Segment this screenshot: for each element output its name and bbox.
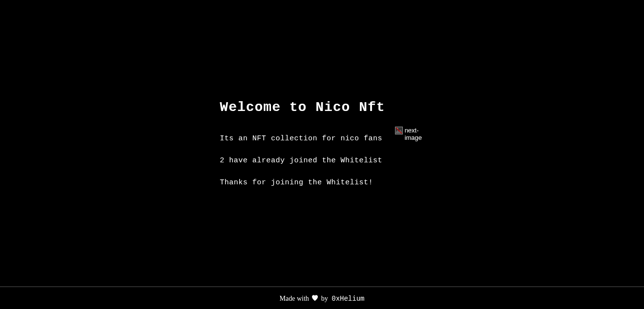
main-content: Welcome to Nico Nft Its an NFT collectio… — [0, 0, 644, 287]
broken-image-icon — [395, 127, 403, 134]
footer-prefix: Made with — [280, 295, 309, 302]
footer: Made with by 0xHelium — [0, 287, 644, 309]
page-title: Welcome to Nico Nft — [220, 100, 385, 115]
description-text: Its an NFT collection for nico fans — [220, 134, 385, 143]
footer-author: 0xHelium — [332, 295, 364, 303]
footer-suffix: by — [321, 295, 328, 302]
heart-icon — [312, 295, 318, 303]
whitelist-count-text: 2 have already joined the Whitelist — [220, 156, 385, 165]
thanks-message: Thanks for joining the Whitelist! — [220, 178, 385, 187]
content-row: Welcome to Nico Nft Its an NFT collectio… — [220, 100, 424, 187]
broken-image-alt: next-image — [405, 127, 424, 142]
broken-image-placeholder: next-image — [395, 127, 424, 142]
text-column: Welcome to Nico Nft Its an NFT collectio… — [220, 100, 385, 187]
